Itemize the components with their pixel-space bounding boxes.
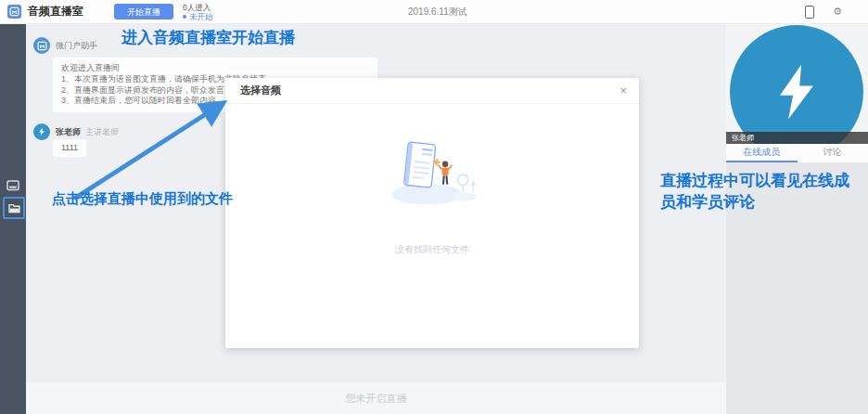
screen-share-icon[interactable] xyxy=(4,177,22,194)
empty-files-text: 没有找到任何文件 xyxy=(225,243,639,256)
select-audio-modal: 选择音频 × 没有找到任何文件 xyxy=(225,78,639,348)
status-row: 未开始 xyxy=(183,12,213,21)
assistant-name: 微门户助手 xyxy=(56,40,97,52)
footer-status-text: 您未开启直播 xyxy=(346,393,407,404)
empty-state-illustration xyxy=(386,139,479,208)
gear-icon[interactable]: ⚙ xyxy=(833,0,842,23)
app-logo-icon xyxy=(7,5,21,19)
left-sidebar xyxy=(0,23,26,414)
speaker-avatar-large xyxy=(730,25,863,144)
teacher-name: 张老师主讲老师 xyxy=(56,126,119,138)
modal-header: 选择音频 × xyxy=(225,78,639,104)
teacher-role: 主讲老师 xyxy=(85,127,119,136)
right-panel-tabs: 在线成员 讨论 xyxy=(726,144,868,162)
room-name: 2019.6.11测试 xyxy=(408,0,467,23)
right-panel: 张老师 在线成员 讨论 xyxy=(726,23,868,414)
teacher-message-header: 张老师主讲老师 xyxy=(33,123,119,140)
start-live-button[interactable]: 开始直播 xyxy=(114,4,173,19)
status-dot-icon xyxy=(183,15,186,19)
tab-online-members[interactable]: 在线成员 xyxy=(726,144,798,162)
tab-discussion[interactable]: 讨论 xyxy=(798,144,868,162)
phone-icon[interactable] xyxy=(805,6,814,19)
assistant-avatar xyxy=(33,37,50,54)
teacher-message-bubble: 1111 xyxy=(53,139,86,157)
footer-bar: 您未开启直播 xyxy=(26,382,726,414)
app-title: 音频直播室 xyxy=(28,0,83,23)
teacher-avatar xyxy=(33,123,50,140)
enter-count: 0人进入 xyxy=(183,3,213,12)
top-bar: 音频直播室 开始直播 0人进入 未开始 2019.6.11测试 ⚙ xyxy=(0,0,868,24)
speaker-avatar-area: 张老师 xyxy=(726,23,868,144)
close-icon[interactable]: × xyxy=(619,78,627,103)
modal-title: 选择音频 xyxy=(240,78,281,103)
assistant-message-header: 微门户助手 xyxy=(33,37,97,54)
teacher-name-text: 张老师 xyxy=(56,127,81,136)
status-text: 未开始 xyxy=(189,12,213,21)
rule-line: 欢迎进入直播间 xyxy=(61,63,369,74)
speaker-name-bar: 张老师 xyxy=(726,132,868,144)
file-folder-icon-selected[interactable] xyxy=(3,197,25,219)
live-status-block: 0人进入 未开始 xyxy=(183,3,213,21)
